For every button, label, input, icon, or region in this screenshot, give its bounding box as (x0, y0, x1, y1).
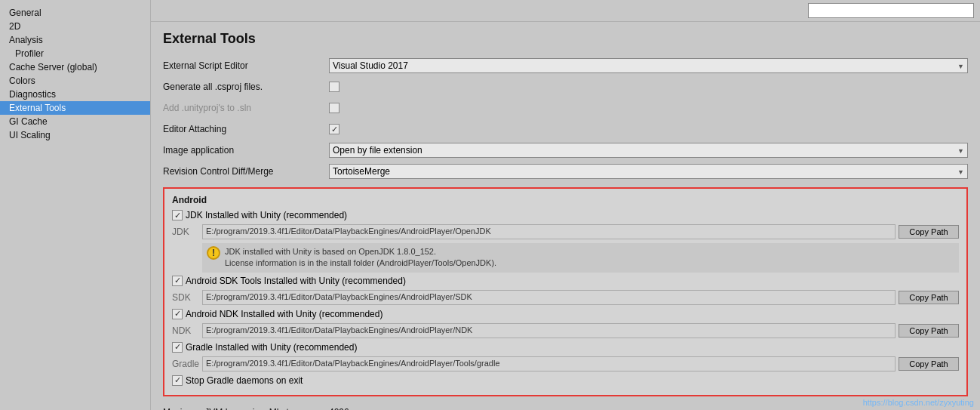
jdk-warning-box: ! JDK installed with Unity is based on O… (202, 243, 959, 273)
sidebar-item-cache-server[interactable]: Cache Server (global) (0, 60, 150, 74)
jdk-copy-button[interactable]: Copy Path (899, 225, 959, 239)
sdk-path-row: SDK E:/program/2019.3.4f1/Editor/Data/Pl… (172, 289, 959, 306)
dropdown-arrow-icon-3 (957, 166, 964, 177)
generate-csproj-row: Generate all .csproj files. (163, 79, 968, 95)
stop-gradle-checkbox[interactable] (172, 375, 183, 386)
max-jvm-value: 4096 (329, 407, 968, 410)
image-application-dropdown[interactable]: Open by file extension (329, 143, 968, 158)
editor-attaching-row: Editor Attaching (163, 121, 968, 137)
image-application-label: Image application (163, 145, 329, 156)
ndk-checkbox-row: Android NDK Installed with Unity (recomm… (172, 309, 959, 319)
android-section-title: Android (172, 195, 959, 205)
jdk-checkbox-row: JDK Installed with Unity (recommended) (172, 210, 959, 220)
ndk-label: NDK (172, 325, 202, 336)
dropdown-arrow-icon (957, 60, 964, 71)
external-script-editor-dropdown[interactable]: Visual Studio 2017 (329, 58, 968, 73)
sidebar-item-external-tools[interactable]: External Tools (0, 101, 150, 115)
page-title: External Tools (163, 31, 968, 47)
gradle-label: Gradle (172, 359, 202, 369)
revision-control-row: Revision Control Diff/Merge TortoiseMerg… (163, 163, 968, 180)
ndk-installed-checkbox[interactable] (172, 309, 183, 319)
editor-attaching-checkbox[interactable] (329, 124, 339, 134)
generate-csproj-checkbox[interactable] (329, 82, 339, 92)
sidebar-item-colors[interactable]: Colors (0, 74, 150, 88)
sdk-checkbox-row: Android SDK Tools Installed with Unity (… (172, 276, 959, 286)
jdk-path-input[interactable]: E:/program/2019.3.4f1/Editor/Data/Playba… (202, 224, 896, 239)
sidebar-item-profiler[interactable]: Profiler (0, 47, 150, 60)
revision-control-value: TortoiseMerge (333, 166, 390, 177)
sdk-installed-checkbox[interactable] (172, 276, 183, 286)
max-jvm-row: Maximum JVM heap size, Mbytes 4096 (163, 404, 968, 410)
image-application-value: Open by file extension (333, 145, 422, 156)
sidebar-item-ui-scaling[interactable]: UI Scaling (0, 128, 150, 142)
ndk-copy-button[interactable]: Copy Path (899, 324, 959, 338)
gradle-path-input[interactable]: E:/program/2019.3.4f1/Editor/Data/Playba… (202, 356, 896, 371)
jdk-installed-checkbox[interactable] (172, 210, 183, 220)
sidebar-item-gi-cache[interactable]: GI Cache (0, 115, 150, 128)
sdk-label: SDK (172, 292, 202, 303)
jdk-installed-label: JDK Installed with Unity (recommended) (186, 210, 347, 220)
warning-icon: ! (207, 246, 220, 260)
revision-control-label: Revision Control Diff/Merge (163, 166, 329, 177)
dropdown-arrow-icon-2 (957, 145, 964, 156)
stop-gradle-label: Stop Gradle daemons on exit (186, 375, 303, 386)
gradle-checkbox-row: Gradle Installed with Unity (recommended… (172, 342, 959, 353)
content-area: External Tools External Script Editor Vi… (151, 22, 980, 410)
add-unityproj-row: Add .unityproj's to .sln (163, 100, 968, 116)
sidebar-item-analysis[interactable]: Analysis (0, 33, 150, 47)
sidebar-item-diagnostics[interactable]: Diagnostics (0, 88, 150, 101)
android-section: Android JDK Installed with Unity (recomm… (163, 187, 968, 396)
image-application-row: Image application Open by file extension (163, 142, 968, 159)
stop-gradle-row: Stop Gradle daemons on exit (172, 375, 959, 386)
generate-csproj-label: Generate all .csproj files. (163, 82, 329, 92)
sdk-installed-label: Android SDK Tools Installed with Unity (… (186, 276, 406, 286)
add-unityproj-label: Add .unityproj's to .sln (163, 103, 329, 113)
sdk-path-input[interactable]: E:/program/2019.3.4f1/Editor/Data/Playba… (202, 290, 896, 305)
editor-attaching-label: Editor Attaching (163, 124, 329, 134)
jdk-path-row: JDK E:/program/2019.3.4f1/Editor/Data/Pl… (172, 223, 959, 240)
watermark: https://blog.csdn.net/zyxyuting (863, 398, 974, 407)
sidebar-item-general[interactable]: General (0, 6, 150, 20)
search-input[interactable] (808, 3, 974, 18)
jdk-label: JDK (172, 227, 202, 237)
external-script-editor-label: External Script Editor (163, 60, 329, 71)
sidebar: General 2D Analysis Profiler Cache Serve… (0, 0, 151, 410)
ndk-installed-label: Android NDK Installed with Unity (recomm… (186, 309, 382, 319)
gradle-path-row: Gradle E:/program/2019.3.4f1/Editor/Data… (172, 356, 959, 372)
gradle-copy-button[interactable]: Copy Path (899, 357, 959, 371)
sdk-copy-button[interactable]: Copy Path (899, 291, 959, 304)
external-script-editor-value: Visual Studio 2017 (333, 60, 408, 71)
ndk-path-row: NDK E:/program/2019.3.4f1/Editor/Data/Pl… (172, 322, 959, 339)
ndk-path-input[interactable]: E:/program/2019.3.4f1/Editor/Data/Playba… (202, 323, 896, 338)
gradle-installed-label: Gradle Installed with Unity (recommended… (186, 342, 357, 353)
external-script-editor-row: External Script Editor Visual Studio 201… (163, 57, 968, 74)
max-jvm-label: Maximum JVM heap size, Mbytes (163, 407, 329, 410)
gradle-installed-checkbox[interactable] (172, 342, 183, 353)
search-bar (151, 0, 980, 22)
revision-control-dropdown[interactable]: TortoiseMerge (329, 164, 968, 179)
add-unityproj-checkbox[interactable] (329, 103, 339, 113)
sidebar-item-2d[interactable]: 2D (0, 20, 150, 33)
jdk-warning-text: JDK installed with Unity is based on Ope… (225, 246, 496, 270)
main-panel: External Tools External Script Editor Vi… (151, 0, 980, 410)
